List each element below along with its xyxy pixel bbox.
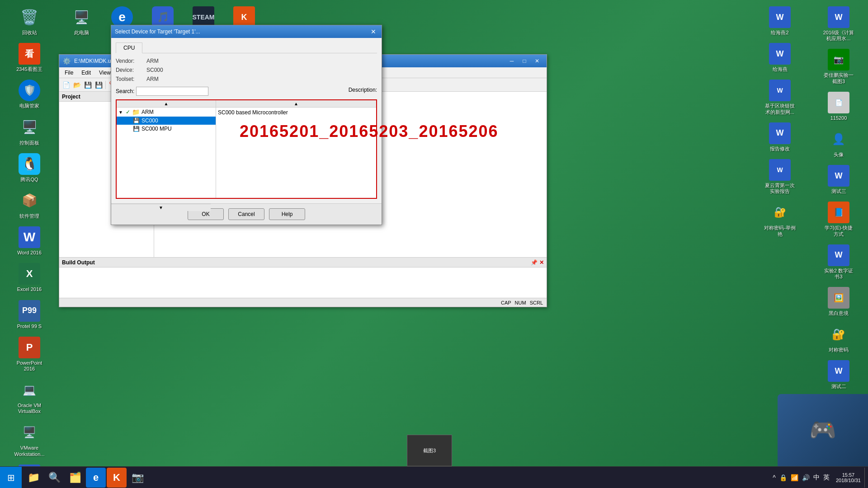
device-info: Vendor: ARM Device: SC000 Toolset: ARM (116, 58, 377, 82)
software-manager-icon[interactable]: 📦 软件管理 (11, 188, 47, 221)
115200-icon[interactable]: 📄 115200 (821, 90, 857, 123)
ime-chinese-icon[interactable]: 中 (812, 473, 821, 483)
desktop-icons-left: 🗑️ 回收站 看 2345看图王 🛡️ 电脑管家 🖥️ 控制面板 🐧 腾讯QQ … (0, 0, 59, 488)
build-output-controls: 📌 ✕ (531, 259, 544, 266)
word-2016-icon[interactable]: W Word 2016 (11, 225, 47, 258)
build-output-pin[interactable]: 📌 (531, 259, 538, 266)
description-label: Description: (349, 87, 377, 96)
avatar-icon[interactable]: 👤 头像 (821, 127, 857, 160)
wifi-tray-icon: 📶 (790, 473, 799, 482)
device-panels: ▲ ▼ ✓ 📁 ARM 💾 SC000 (116, 99, 377, 199)
desc-scroll-up[interactable]: ▲ (216, 100, 376, 108)
taskbar-keil[interactable]: K (107, 468, 127, 488)
tree-item-sc000-mpu[interactable]: 💾 SC000 MPU (117, 125, 216, 133)
taskbar-screenshot[interactable]: 📷 (127, 468, 147, 488)
security-tray-icon: 🔒 (778, 473, 788, 482)
new-file-btn[interactable]: 📄 (61, 80, 71, 90)
blockchain-icon[interactable]: W 基于区块链技术的新型网... (762, 78, 798, 117)
symmetric-example-icon[interactable]: 🔐 对称密码-举例艳 (762, 200, 798, 239)
help-button[interactable]: Help (269, 208, 305, 220)
dialog-close-button[interactable]: ✕ (369, 28, 378, 36)
test2-right-icon[interactable]: W 测试二 (821, 358, 857, 391)
num-indicator: NUM (515, 300, 526, 305)
ime-english-icon[interactable]: 英 (822, 473, 830, 483)
taskbar-items: 📁 🔍 🗂️ e K 📷 (22, 468, 770, 488)
taskbar-time: 15:57 (836, 472, 861, 478)
show-hidden-tray[interactable]: ^ (772, 473, 777, 482)
vmware-icon[interactable]: 🖥️ VMware Workstation... (11, 420, 47, 459)
save-btn[interactable]: 💾 (83, 80, 93, 90)
vendor-value: ARM (146, 58, 159, 64)
device-row: Device: SC000 (116, 67, 377, 73)
select-device-dialog[interactable]: Select Device for Target 'Target 1'... ✕… (111, 25, 382, 225)
oracle-vm-icon[interactable]: 💻 Oracle VM VirtualBox (11, 377, 47, 416)
powerpoint-2016-icon[interactable]: P PowerPoint 2016 (11, 335, 47, 374)
excel-2016-icon[interactable]: X Excel 2016 (11, 261, 47, 294)
vendor-label: Vendor: (116, 58, 143, 64)
status-indicators: CAP NUM SCRL (501, 300, 543, 305)
toolset-row: Toolset: ARM (116, 76, 377, 82)
word-2016-calc-icon[interactable]: W 2016级《计算机应用水... (821, 5, 857, 43)
recycle-bin-icon[interactable]: 🗑️ 回收站 (11, 5, 47, 38)
dialog-tab-cpu[interactable]: CPU (116, 42, 142, 53)
device-tree: ▲ ▼ ✓ 📁 ARM 💾 SC000 (117, 100, 216, 198)
taskbar-task-view[interactable]: 🗂️ (65, 468, 85, 488)
cert-icon[interactable]: W 实验2 数字证书3 (821, 243, 857, 282)
taskbar-thumbnail: 截图3 (407, 435, 452, 466)
tree-item-sc000-label: SC000 (142, 117, 158, 124)
taskbar-edge[interactable]: e (86, 468, 106, 488)
build-output-close[interactable]: ✕ (539, 259, 544, 266)
close-button[interactable]: ✕ (531, 56, 543, 66)
xiayunxiao-first-icon[interactable]: W 夏云霄第一次实验报告 (762, 157, 798, 196)
volume-tray-icon: 🔊 (801, 473, 811, 482)
vendor-row: Vendor: ARM (116, 58, 377, 64)
open-file-btn[interactable]: 📂 (72, 80, 82, 90)
scrl-indicator: SCRL (530, 300, 543, 305)
minimize-button[interactable]: ─ (506, 56, 518, 66)
protel-99-icon[interactable]: P99 Protel 99 S (11, 298, 47, 331)
computer-manager-icon[interactable]: 🛡️ 电脑管家 (11, 78, 47, 111)
taskbar-file-explorer[interactable]: 📁 (24, 468, 43, 488)
search-label: Search: (116, 88, 134, 94)
dialog-tabs: CPU (116, 42, 377, 53)
search-input[interactable] (136, 87, 208, 96)
tray-icons: ^ 🔒 📶 🔊 中 英 (770, 473, 832, 483)
build-output-panel: Build Output 📌 ✕ (59, 257, 547, 298)
show-desktop-button[interactable] (864, 468, 868, 488)
menu-edit[interactable]: Edit (78, 69, 94, 77)
test3-right-icon[interactable]: W 测试三 (821, 163, 857, 196)
2345-reader-icon[interactable]: 看 2345看图王 (11, 41, 47, 74)
tree-item-sc000-mpu-label: SC000 MPU (142, 126, 172, 132)
build-output-content (59, 267, 547, 269)
start-button[interactable]: ⊞ (0, 467, 22, 488)
save-all-btn[interactable]: 💾 (94, 80, 104, 90)
sc000-mpu-device-icon: 💾 (133, 126, 140, 132)
tree-item-arm[interactable]: ▼ ✓ 📁 ARM (117, 108, 216, 117)
taskbar-clock[interactable]: 15:57 2018/10/31 (832, 472, 864, 483)
tree-item-sc000[interactable]: 💾 SC000 (117, 117, 216, 125)
hainao2-icon[interactable]: W 给海燕2 (762, 5, 798, 38)
device-value: SC000 (146, 67, 163, 73)
toolset-label: Toolset: (116, 76, 143, 82)
maximize-button[interactable]: □ (519, 56, 530, 66)
pei-screenshot-icon[interactable]: 📷 娄佳鹏实验一截图3 (821, 47, 857, 86)
repair-report-icon[interactable]: W 报告修改 (762, 121, 798, 154)
symmetric-cipher-icon[interactable]: 🔐 对称密码 (821, 322, 857, 355)
taskbar-search[interactable]: 🔍 (44, 468, 64, 488)
description-text: SC000 based Microcontroller (218, 109, 288, 116)
this-computer-icon[interactable]: 🖥️ 此电脑 (63, 5, 99, 43)
arm-expand-icon: ▼ (118, 110, 124, 115)
dialog-content: CPU Vendor: ARM Device: SC000 Toolset: A… (111, 38, 382, 203)
learn-e-icon[interactable]: 📘 学习(E)-快捷方式 (821, 200, 857, 239)
sep1 (105, 81, 106, 89)
black-white-icon[interactable]: 🖼️ 黑白意境 (821, 285, 857, 318)
cap-indicator: CAP (501, 300, 511, 305)
tencent-qq-icon[interactable]: 🐧 腾讯QQ (11, 151, 47, 184)
hainao-icon[interactable]: W 给海燕 (762, 41, 798, 74)
cancel-button[interactable]: Cancel (228, 208, 264, 220)
menu-file[interactable]: File (61, 69, 77, 77)
desktop: 🗑️ 回收站 看 2345看图王 🛡️ 电脑管家 🖥️ 控制面板 🐧 腾讯QQ … (0, 0, 868, 488)
control-panel-icon[interactable]: 🖥️ 控制面板 (11, 115, 47, 148)
device-label: Device: (116, 67, 143, 73)
tree-scroll-up[interactable]: ▲ (117, 100, 216, 108)
